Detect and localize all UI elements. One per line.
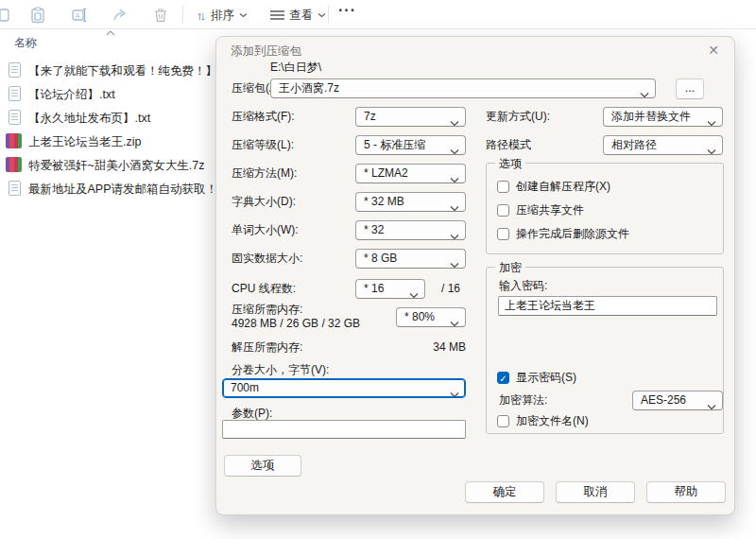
password-input[interactable] [498, 296, 717, 316]
add-to-archive-dialog: 添加到压缩包 ✕ 压缩包(A) E:\白日梦\ 王小酒窝.7z ... 压缩格式… [215, 36, 735, 515]
ok-button[interactable]: 确定 [465, 481, 544, 503]
archive-file-icon [6, 157, 22, 172]
dictionary-label: 字典大小(D): [232, 192, 296, 212]
solid-block-value: * 8 GB [364, 252, 397, 265]
volume-size-combobox[interactable]: 700m [222, 378, 466, 398]
parameters-input[interactable] [222, 420, 466, 439]
path-mode-label: 路径模式 [486, 135, 531, 155]
text-file-icon [9, 181, 21, 196]
toolbar-separator [328, 6, 329, 24]
format-value: 7z [364, 110, 376, 123]
delete-icon[interactable] [152, 7, 169, 24]
chevron-down-icon [450, 386, 459, 398]
archive-name-combobox[interactable]: 王小酒窝.7z [270, 78, 656, 98]
memory-usage-dropdown[interactable]: * 80% [396, 307, 466, 327]
checkbox-label: 创建自解压程序(X) [516, 179, 610, 195]
chevron-down-icon [450, 200, 459, 212]
memory-compress-detail: 4928 MB / 26 GB / 32 GB [232, 317, 360, 331]
checkbox-box[interactable] [497, 228, 509, 240]
sort-button[interactable]: ↑↓ 排序 [191, 4, 253, 26]
update-mode-label: 更新方式(U): [486, 107, 550, 127]
format-label: 压缩格式(F): [232, 107, 295, 127]
list-header: 名称 [0, 30, 213, 53]
file-row[interactable]: 【来了就能下载和观看！纯免费！】.txt [0, 59, 215, 82]
share-icon[interactable] [112, 7, 129, 24]
chevron-down-icon [318, 12, 326, 18]
browse-button[interactable]: ... [676, 78, 704, 99]
checkbox-delete-after[interactable]: 操作完成后删除源文件 [497, 226, 629, 242]
check-icon: ✓ [499, 374, 507, 384]
chevron-down-icon [450, 315, 459, 327]
options-button[interactable]: 选项 [224, 455, 301, 477]
method-dropdown[interactable]: * LZMA2 [355, 164, 466, 183]
word-size-value: * 32 [364, 223, 384, 236]
method-label: 压缩方法(M): [232, 164, 297, 183]
explorer-toolbar: A ↑↓ 排序 查看 ··· [0, 0, 756, 29]
svg-text:A: A [76, 11, 80, 20]
file-row[interactable]: 【论坛介绍】.txt [0, 82, 215, 106]
checkbox-box[interactable] [497, 415, 509, 427]
dictionary-dropdown[interactable]: * 32 MB [355, 192, 466, 212]
text-file-icon [9, 110, 21, 125]
file-name: 【来了就能下载和观看！纯免费！】.txt [28, 63, 233, 79]
help-button[interactable]: 帮助 [646, 481, 726, 503]
word-size-dropdown[interactable]: * 32 [355, 220, 466, 240]
file-row[interactable]: 【永久地址发布页】.txt [0, 106, 215, 130]
cpu-threads-value: * 16 [364, 282, 384, 295]
column-header-name[interactable]: 名称 [14, 35, 37, 51]
path-mode-value: 相对路径 [611, 138, 657, 151]
checkbox-box[interactable] [497, 181, 509, 193]
solid-block-dropdown[interactable]: * 8 GB [355, 249, 466, 269]
checkbox-create-sfx[interactable]: 创建自解压程序(X) [497, 179, 610, 195]
checkbox-label: 压缩共享文件 [516, 202, 584, 218]
volume-size-value: 700m [231, 381, 259, 394]
cpu-threads-dropdown[interactable]: * 16 [355, 279, 425, 299]
chevron-down-icon [640, 86, 649, 98]
chevron-down-icon [450, 228, 459, 240]
view-lines-icon [270, 9, 284, 21]
chevron-down-icon [409, 287, 419, 299]
file-name: 上老王论坛当老王.zip [28, 134, 141, 150]
checkbox-label: 操作完成后删除源文件 [516, 226, 629, 242]
copy-icon[interactable] [0, 7, 9, 24]
sort-ascending-caret-icon[interactable] [106, 30, 115, 36]
more-options-button[interactable]: ··· [338, 2, 356, 19]
file-name: 【永久地址发布页】.txt [28, 111, 150, 127]
view-button-label: 查看 [289, 8, 313, 24]
encryption-method-label: 加密算法: [499, 391, 547, 410]
options-group-title: 选项 [495, 156, 525, 172]
close-icon[interactable]: ✕ [705, 42, 722, 59]
checkbox-show-password[interactable]: ✓ 显示密码(S) [497, 370, 576, 386]
checkbox-label: 加密文件名(N) [516, 413, 589, 429]
encryption-method-dropdown[interactable]: AES-256 [632, 391, 723, 410]
chevron-down-icon [707, 114, 716, 127]
archive-path: E:\白日梦\ [270, 60, 321, 75]
paste-icon[interactable] [29, 7, 46, 24]
chevron-down-icon [450, 256, 459, 269]
file-name: 特爱被强奸~甜美小酒窝女大生.7z [28, 158, 204, 174]
update-mode-value: 添加并替换文件 [611, 110, 691, 123]
rename-icon[interactable]: A [71, 7, 88, 24]
encryption-method-value: AES-256 [641, 393, 686, 407]
checkbox-compress-shared[interactable]: 压缩共享文件 [497, 202, 584, 218]
file-row[interactable]: 最新地址及APP请发邮箱自动获取！！！.... [0, 177, 215, 200]
checkbox-encrypt-filenames[interactable]: 加密文件名(N) [497, 413, 589, 429]
method-value: * LZMA2 [364, 166, 408, 180]
checkbox-box[interactable] [497, 204, 509, 217]
path-mode-dropdown[interactable]: 相对路径 [603, 135, 723, 155]
archive-name-value: 王小酒窝.7z [279, 81, 339, 95]
file-row[interactable]: 上老王论坛当老王.zip [0, 130, 215, 153]
memory-usage-value: * 80% [404, 310, 435, 323]
volume-size-label: 分卷大小，字节(V): [232, 360, 329, 380]
update-mode-dropdown[interactable]: 添加并替换文件 [603, 107, 723, 127]
format-dropdown[interactable]: 7z [355, 107, 466, 127]
chevron-down-icon [239, 12, 248, 18]
toolbar-separator [182, 6, 183, 24]
dictionary-value: * 32 MB [364, 195, 404, 208]
memory-decompress-label: 解压所需内存: [232, 338, 302, 357]
view-button[interactable]: 查看 [265, 4, 332, 26]
file-row[interactable]: 特爱被强奸~甜美小酒窝女大生.7z [0, 153, 215, 177]
level-dropdown[interactable]: 5 - 标准压缩 [355, 135, 466, 155]
cancel-button[interactable]: 取消 [556, 481, 635, 503]
memory-decompress-value: 34 MB [396, 338, 466, 357]
